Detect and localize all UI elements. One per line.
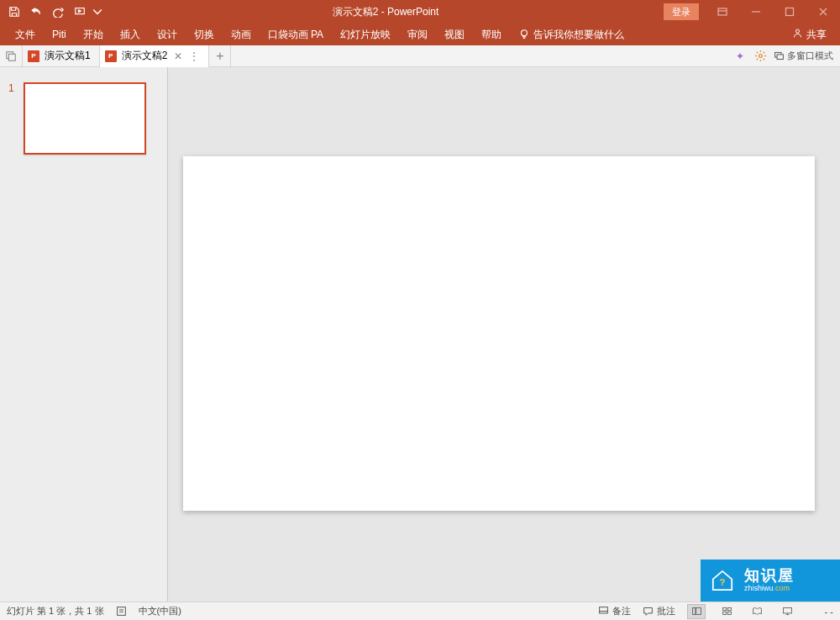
svg-point-7 (759, 55, 762, 58)
thumbnail-row-1: 1 (8, 82, 159, 155)
multiwindow-mode-button[interactable]: 多窗口模式 (774, 50, 833, 62)
gear-icon[interactable] (753, 50, 767, 63)
doc-tab-2[interactable]: P 演示文稿2 ✕ ⋮ (100, 45, 210, 67)
window-title: 演示文稿2 - PowerPoint (108, 5, 664, 19)
language-status[interactable]: 中文(中国) (139, 605, 181, 617)
notes-button[interactable]: 备注 (598, 605, 631, 617)
accessibility-check-button[interactable] (116, 606, 127, 617)
slide-thumbnail-1[interactable] (24, 82, 146, 155)
tab-insert[interactable]: 插入 (112, 24, 149, 45)
tell-me-box[interactable]: 告诉我你想要做什么 (510, 24, 633, 45)
title-bar: 演示文稿2 - PowerPoint 登录 (0, 0, 840, 24)
maximize-button[interactable] (773, 0, 806, 24)
svg-rect-12 (600, 607, 608, 613)
slide-sorter-view-button[interactable] (717, 604, 736, 619)
tab-file[interactable]: 文件 (7, 24, 44, 45)
svg-rect-19 (783, 607, 791, 613)
slide-thumbnail-panel[interactable]: 1 (0, 67, 168, 602)
start-from-beginning-button[interactable] (71, 3, 89, 21)
reading-view-button[interactable] (748, 604, 766, 619)
tab-transitions[interactable]: 切换 (186, 24, 223, 45)
doc-tab-1[interactable]: P 演示文稿1 (23, 45, 100, 67)
svg-rect-2 (786, 8, 794, 16)
slide-canvas[interactable] (183, 156, 815, 511)
login-button[interactable]: 登录 (664, 3, 699, 20)
svg-text:?: ? (720, 577, 726, 587)
zoom-indicator[interactable]: - - (808, 607, 833, 617)
svg-rect-15 (722, 607, 726, 610)
svg-rect-16 (727, 607, 731, 610)
svg-rect-11 (117, 607, 125, 616)
svg-rect-14 (696, 607, 701, 614)
svg-rect-17 (722, 612, 726, 614)
svg-point-3 (522, 30, 528, 36)
tab-piti[interactable]: Piti (44, 24, 75, 45)
slide-count-status[interactable]: 幻灯片 第 1 张，共 1 张 (7, 605, 104, 617)
tab-slideshow[interactable]: 幻灯片放映 (332, 24, 399, 45)
title-bar-right: 登录 (664, 0, 840, 24)
powerpoint-file-icon: P (105, 50, 117, 62)
main-area: 1 (0, 67, 840, 602)
slideshow-view-button[interactable] (778, 604, 796, 619)
tab-pocket-animation[interactable]: 口袋动画 PA (260, 24, 332, 45)
notes-label: 备注 (612, 605, 631, 617)
svg-rect-13 (692, 607, 695, 614)
window-list-button[interactable] (0, 45, 23, 67)
tab-design[interactable]: 设计 (149, 24, 186, 45)
comments-button[interactable]: 批注 (643, 605, 675, 617)
powerpoint-file-icon: P (28, 50, 39, 62)
doc-tabs-right: ✦ 多窗口模式 (727, 50, 840, 63)
brand-name-cn: 知识屋 (744, 568, 795, 585)
svg-rect-9 (777, 55, 783, 60)
redo-button[interactable] (49, 3, 67, 21)
tab-help[interactable]: 帮助 (473, 24, 510, 45)
svg-point-4 (795, 29, 799, 33)
tab-menu-icon[interactable]: ⋮ (189, 50, 200, 62)
svg-rect-1 (718, 8, 727, 15)
doc-tab-2-label: 演示文稿2 (122, 49, 168, 63)
document-tabs-bar: P 演示文稿1 P 演示文稿2 ✕ ⋮ + ✦ 多窗口模式 (0, 45, 840, 67)
tab-review[interactable]: 审阅 (399, 24, 436, 45)
tell-me-label: 告诉我你想要做什么 (533, 28, 624, 42)
svg-rect-18 (727, 612, 731, 614)
tab-home[interactable]: 开始 (75, 24, 112, 45)
normal-view-button[interactable] (687, 604, 706, 619)
sparkle-icon[interactable]: ✦ (733, 50, 747, 63)
tab-animations[interactable]: 动画 (223, 24, 260, 45)
watermark-badge: ? 知识屋 zhishiwu.com (701, 560, 840, 602)
comments-label: 批注 (657, 605, 675, 617)
slide-canvas-area[interactable] (168, 67, 840, 602)
slide-number: 1 (8, 82, 17, 155)
new-tab-button[interactable]: + (209, 45, 231, 67)
lightbulb-icon (518, 29, 530, 40)
brand-name-en: zhishiwu.com (744, 585, 795, 593)
house-icon: ? (709, 567, 736, 594)
ribbon-display-options-button[interactable] (706, 0, 739, 24)
minimize-button[interactable] (739, 0, 773, 24)
save-button[interactable] (5, 3, 24, 21)
svg-rect-6 (8, 54, 15, 60)
share-button[interactable]: 共享 (785, 28, 833, 42)
quick-access-toolbar (0, 3, 108, 21)
qat-dropdown-icon[interactable] (92, 3, 102, 21)
status-bar: 幻灯片 第 1 张，共 1 张 中文(中国) 备注 批注 - - (0, 602, 840, 620)
share-icon (792, 28, 803, 41)
close-button[interactable] (806, 0, 840, 24)
undo-button[interactable] (27, 3, 45, 21)
share-label: 共享 (806, 28, 827, 42)
close-tab-icon[interactable]: ✕ (172, 50, 184, 62)
multiwindow-label: 多窗口模式 (787, 50, 833, 62)
ribbon-tabs: 文件 Piti 开始 插入 设计 切换 动画 口袋动画 PA 幻灯片放映 审阅 … (0, 24, 840, 45)
doc-tab-1-label: 演示文稿1 (45, 49, 91, 63)
tab-view[interactable]: 视图 (436, 24, 473, 45)
